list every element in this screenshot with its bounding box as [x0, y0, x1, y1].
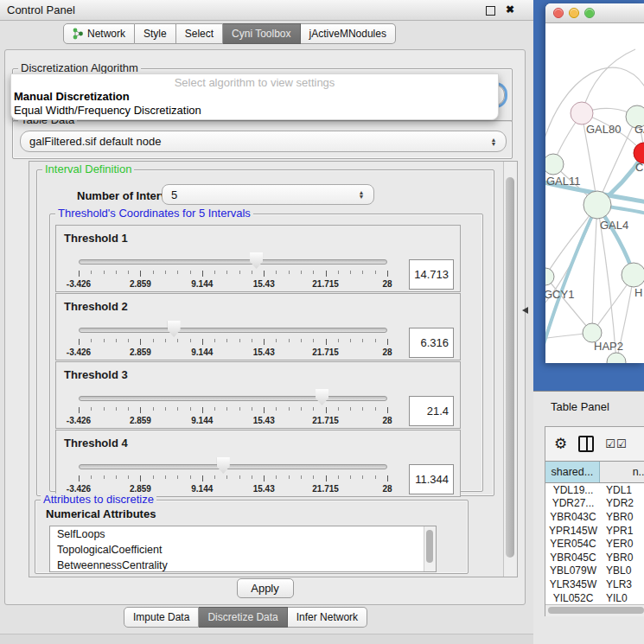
table-row[interactable]: YDL19...YDL1: [545, 483, 644, 497]
numerical-attributes-list[interactable]: SelfLoopsTopologicalCoefficientBetweenne…: [49, 526, 437, 572]
scrollbar-thumb[interactable]: [506, 177, 514, 558]
threshold-label: Threshold 3: [64, 368, 128, 381]
table-rows: YDL19...YDL1YDR27...YDR2YBR043CYBR0YPR14…: [545, 483, 644, 604]
node-h[interactable]: [622, 263, 644, 287]
cell-name: YDL1: [601, 484, 644, 496]
tab-discretize-data[interactable]: Discretize Data: [199, 607, 287, 628]
threshold-panel: Threshold 1 -3.4262.8599.14415.4321.7152…: [55, 225, 461, 292]
node-gal4[interactable]: [583, 191, 611, 219]
slider-track[interactable]: [79, 259, 387, 265]
split-view-icon[interactable]: [578, 436, 594, 452]
tab-infer-network[interactable]: Infer Network: [288, 607, 367, 628]
slider-track[interactable]: [79, 464, 387, 469]
node-gal80[interactable]: [571, 102, 593, 124]
slider-scale-labels: -3.4262.8599.14415.4321.71528: [79, 279, 387, 290]
scale-tick-label: 28: [382, 484, 392, 494]
group-label: Attributes to discretize: [41, 494, 156, 506]
tab-select[interactable]: Select: [176, 23, 223, 44]
tab-label: Style: [143, 28, 167, 40]
dropdown-option-equal-width[interactable]: Equal Width/Frequency Discretization: [11, 104, 498, 118]
table-row[interactable]: YBL079WYBL0: [545, 564, 644, 578]
node-label: GA: [634, 123, 644, 136]
list-item[interactable]: SelfLoops: [50, 526, 436, 542]
dropdown-option-manual[interactable]: Manual Discretization: [11, 90, 498, 104]
tab-style[interactable]: Style: [135, 23, 176, 44]
node-gcy1[interactable]: [545, 268, 554, 285]
cell-shared-name: YDL19...: [545, 484, 601, 496]
cell-shared-name: YDR27...: [545, 497, 601, 509]
node-label: GCY1: [545, 288, 574, 301]
tab-impute-data[interactable]: Impute Data: [124, 607, 199, 628]
node-gal11[interactable]: [545, 154, 564, 175]
apply-button[interactable]: Apply: [237, 578, 294, 598]
cell-shared-name: YBL079W: [545, 564, 601, 577]
number-of-intervals-combobox[interactable]: 5 ▲▼: [162, 184, 374, 205]
gear-icon[interactable]: ⚙: [554, 435, 567, 453]
tab-jactivemnodules[interactable]: jActiveMNodules: [301, 23, 396, 44]
threshold-label: Threshold 4: [64, 437, 128, 450]
slider-thumb[interactable]: [168, 321, 181, 337]
table-header: shared... n...: [545, 461, 644, 483]
threshold-value-field[interactable]: 21.4: [409, 396, 454, 426]
slider-thumb[interactable]: [217, 457, 230, 474]
checkbox-checked-icons[interactable]: ☑☑: [605, 437, 627, 450]
minimize-traffic-light-icon[interactable]: [569, 8, 579, 18]
tab-label: Discretize Data: [207, 611, 277, 623]
column-header-shared-name[interactable]: shared...: [545, 462, 600, 482]
scale-tick-label: 21.715: [312, 279, 339, 289]
table-row[interactable]: YBR043CYBR0: [545, 510, 644, 524]
thresholds-group: Threshold's Coordinates for 5 Intervals …: [49, 214, 483, 492]
slider-track[interactable]: [79, 328, 387, 333]
threshold-value-field[interactable]: 11.344: [409, 464, 454, 494]
slider-ticks: [79, 339, 387, 346]
list-item[interactable]: BetweennessCentrality: [50, 558, 436, 572]
float-window-icon[interactable]: [486, 6, 495, 16]
threshold-value-field[interactable]: 6.316: [409, 328, 454, 358]
horizontal-scrollbar[interactable]: [545, 604, 644, 616]
control-panel-tabs: Network Style Select Cyni Toolbox jActiv…: [63, 23, 396, 44]
slider-track[interactable]: [79, 396, 387, 401]
threshold-slider[interactable]: -3.4262.8599.14415.4321.71528: [79, 455, 387, 494]
scrollbar-thumb[interactable]: [548, 607, 644, 614]
zoom-traffic-light-icon[interactable]: [584, 8, 595, 18]
tab-cyni-toolbox[interactable]: Cyni Toolbox: [223, 23, 300, 44]
control-panel-window: Control Panel ✖ Network Style Select Cyn…: [0, 0, 533, 644]
combobox-value: galFiltered.sif default node: [21, 135, 487, 148]
column-header-name[interactable]: n...: [600, 462, 644, 482]
scale-tick-label: 9.144: [191, 416, 213, 425]
network-canvas[interactable]: GAL80 GA C GAL11 GAL4 GCY1 H HAP2: [545, 23, 644, 363]
tab-network[interactable]: Network: [63, 23, 135, 44]
table-row[interactable]: YDR27...YDR2: [545, 497, 644, 511]
close-icon[interactable]: ✖: [506, 3, 514, 16]
list-scrollbar[interactable]: [424, 526, 436, 571]
table-row[interactable]: YLR345WYLR3: [545, 577, 644, 591]
table-row[interactable]: YBR045CYBR0: [545, 551, 644, 564]
slider-thumb[interactable]: [250, 252, 263, 269]
close-traffic-light-icon[interactable]: [553, 8, 564, 18]
threshold-panel: Threshold 2 -3.4262.8599.14415.4321.7152…: [55, 293, 461, 360]
tab-label: Impute Data: [133, 611, 189, 623]
list-item[interactable]: TopologicalCoefficient: [50, 542, 436, 558]
threshold-slider[interactable]: -3.4262.8599.14415.4321.71528: [79, 250, 387, 290]
cell-shared-name: YIL052C: [545, 592, 601, 604]
vertical-scrollbar[interactable]: [503, 162, 517, 577]
slider-thumb[interactable]: [316, 389, 328, 405]
threshold-label: Threshold 1: [64, 232, 128, 245]
cell-name: YPR1: [601, 525, 644, 537]
table-row[interactable]: YPR145WYPR1: [545, 524, 644, 538]
threshold-slider[interactable]: -3.4262.8599.14415.4321.71528: [79, 386, 387, 426]
table-data-combobox[interactable]: galFiltered.sif default node ▲▼: [20, 131, 507, 152]
node-bottom[interactable]: [607, 353, 626, 363]
group-label: Threshold's Coordinates for 5 Intervals: [55, 207, 253, 220]
scale-tick-label: 28: [382, 279, 392, 289]
scrollbar-thumb[interactable]: [426, 530, 433, 563]
tab-label: Infer Network: [296, 611, 358, 623]
settings-scroll-area: Interval Definition Number of Intervals …: [29, 161, 518, 577]
scale-tick-label: 9.144: [191, 484, 213, 494]
table-row[interactable]: YIL052CYIL0: [545, 591, 644, 604]
table-data-group: Table Data galFiltered.sif default node …: [12, 120, 513, 159]
threshold-slider[interactable]: -3.4262.8599.14415.4321.71528: [79, 318, 387, 358]
table-row[interactable]: YER054CYER0: [545, 537, 644, 551]
threshold-value-field[interactable]: 14.713: [409, 259, 454, 290]
threshold-panel: Threshold 4 -3.4262.8599.14415.4321.7152…: [55, 430, 461, 497]
